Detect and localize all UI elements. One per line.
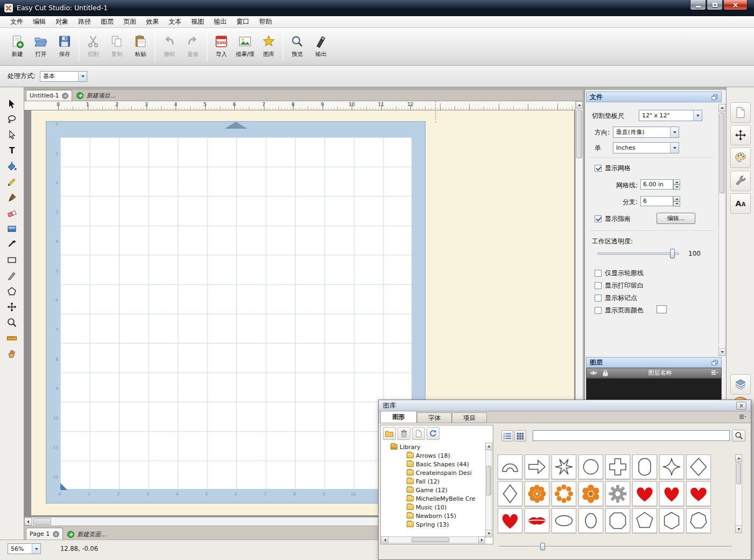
file-panel-header[interactable]: 文件: [586, 92, 722, 102]
lock-icon[interactable]: [602, 369, 609, 376]
thumbnail-size-slider-handle[interactable]: [540, 543, 545, 550]
tree-item[interactable]: Fall (12): [382, 477, 484, 486]
menu-item[interactable]: 编辑: [28, 16, 51, 28]
shape-arrow-right[interactable]: [525, 454, 549, 479]
shape-arch[interactable]: [498, 454, 522, 479]
measure-tool[interactable]: [4, 331, 20, 345]
library-menu-icon[interactable]: [739, 414, 746, 420]
shape-heart[interactable]: [686, 481, 711, 506]
tab-projects[interactable]: 项目: [452, 412, 487, 423]
menu-item[interactable]: 窗口: [232, 16, 254, 28]
shape-flower-eight-petal[interactable]: [525, 481, 549, 506]
scrollbar-thumb[interactable]: [33, 518, 51, 525]
display-option-checkbox[interactable]: 显示页面颜色: [595, 306, 644, 314]
menu-item[interactable]: 帮助: [254, 16, 277, 28]
rectangle-tool[interactable]: [4, 253, 20, 267]
menu-item[interactable]: 输出: [209, 16, 232, 28]
scrollbar-thumb[interactable]: [411, 537, 449, 542]
mat-size-select[interactable]: 12" x 12": [639, 110, 702, 121]
polygon-tool[interactable]: [4, 284, 20, 298]
refresh-button[interactable]: [427, 427, 439, 440]
checkbox[interactable]: [595, 282, 602, 289]
library-title-bar[interactable]: 图库: [379, 400, 751, 411]
transform-tool[interactable]: [4, 300, 20, 313]
subdivision-input[interactable]: 6: [640, 196, 673, 206]
knife-tool[interactable]: [4, 269, 20, 282]
menu-item[interactable]: 页面: [118, 16, 141, 28]
shape-lips[interactable]: [525, 508, 549, 533]
list-view-button[interactable]: [501, 430, 513, 442]
menu-item[interactable]: 图层: [96, 16, 118, 28]
tree-vertical-scrollbar[interactable]: [485, 443, 492, 537]
add-folder-button[interactable]: [383, 427, 396, 440]
gridline-stepper[interactable]: [673, 179, 680, 190]
show-grid-checkbox[interactable]: 显示网格: [595, 164, 631, 173]
trace-image-button[interactable]: 描摹/缓: [233, 31, 257, 63]
shape-heart[interactable]: [498, 508, 522, 533]
layers-panel-header[interactable]: 图层: [586, 357, 722, 368]
select-tool[interactable]: [4, 97, 20, 110]
tools-panel-button[interactable]: [730, 171, 751, 191]
process-mode-select[interactable]: 基本: [40, 71, 87, 82]
shape-gear[interactable]: [605, 481, 630, 506]
redo-button[interactable]: 重做: [181, 31, 205, 63]
shape-rounded-tag[interactable]: [632, 454, 657, 479]
menu-item[interactable]: 视图: [186, 16, 209, 28]
scroll-up-icon[interactable]: [485, 443, 492, 450]
shape-blob-circle[interactable]: [578, 454, 603, 479]
cutting-mat[interactable]: 0123456789101112 0123456789101112: [46, 121, 425, 503]
color-panel-button[interactable]: [730, 148, 751, 168]
checkbox[interactable]: [595, 295, 602, 302]
search-button[interactable]: [732, 430, 745, 442]
checkbox[interactable]: [595, 215, 602, 222]
opacity-slider-track[interactable]: [597, 253, 679, 255]
gridline-input[interactable]: 6.00 in: [640, 179, 673, 190]
checkbox[interactable]: [595, 307, 602, 314]
menu-item[interactable]: 路径: [73, 16, 96, 28]
maximize-button[interactable]: [707, 0, 723, 10]
tree-item[interactable]: MichelleMyBelle Cre: [382, 494, 484, 503]
tree-item[interactable]: Game (12): [382, 486, 484, 494]
page-color-swatch[interactable]: [657, 305, 667, 313]
library-search-input[interactable]: [533, 430, 730, 441]
zoom-select[interactable]: 56%: [8, 543, 41, 554]
shape-heart[interactable]: [659, 481, 684, 506]
scrollbar-thumb[interactable]: [576, 110, 582, 158]
export-button[interactable]: [412, 427, 425, 440]
paste-button[interactable]: 粘贴: [129, 31, 152, 63]
close-page-icon[interactable]: [53, 531, 59, 537]
scroll-up-icon[interactable]: [576, 101, 583, 109]
output-button[interactable]: 输出: [309, 31, 333, 63]
open-button[interactable]: 打开: [29, 31, 53, 63]
units-select[interactable]: Inches: [613, 142, 679, 153]
scroll-down-icon[interactable]: [485, 530, 492, 537]
shape-four-point-star[interactable]: [659, 454, 684, 479]
copy-button[interactable]: 复制: [105, 31, 129, 63]
tree-item[interactable]: Newborn (15): [382, 512, 484, 520]
delete-button[interactable]: [397, 427, 410, 440]
minimize-button[interactable]: [690, 0, 706, 10]
preview-button[interactable]: 预览: [285, 31, 309, 63]
close-tab-icon[interactable]: [62, 93, 68, 99]
thumbnail-size-slider-track[interactable]: [499, 546, 732, 547]
shape-hexagon[interactable]: [659, 508, 684, 533]
shape-diamond-thin[interactable]: [498, 481, 522, 506]
fonts-panel-button[interactable]: AA: [730, 193, 751, 214]
fill-bucket-tool[interactable]: [4, 159, 20, 173]
lasso-tool[interactable]: [4, 113, 20, 126]
shape-pentagon[interactable]: [632, 508, 657, 533]
shape-heptagon[interactable]: [686, 508, 711, 533]
menu-item[interactable]: 文本: [164, 16, 186, 28]
move-panel-button[interactable]: [730, 125, 751, 145]
new-page-tab[interactable]: 新建页面...: [63, 529, 111, 540]
file-panel-button[interactable]: [730, 102, 751, 123]
subdivision-stepper[interactable]: [673, 196, 680, 206]
edit-guides-button[interactable]: 编辑...: [657, 213, 695, 224]
tab-fonts[interactable]: 字体: [417, 412, 452, 423]
shape-oval-tall[interactable]: [578, 508, 603, 533]
scrollbar-thumb[interactable]: [736, 463, 741, 484]
shape-flower-ring[interactable]: [551, 481, 576, 506]
shape-daisy-six-petal[interactable]: [578, 481, 603, 506]
panel-scrollbar[interactable]: [718, 104, 725, 356]
scrollbar-thumb[interactable]: [486, 466, 491, 495]
